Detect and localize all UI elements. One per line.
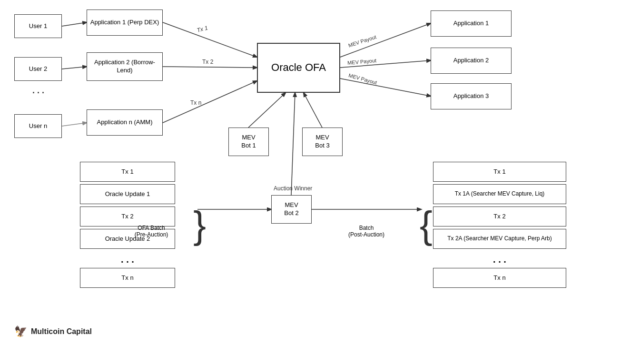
svg-line-3 xyxy=(163,22,257,57)
company-name: Multicoin Capital xyxy=(31,327,92,336)
right-tx2-box: Tx 2 xyxy=(433,207,566,226)
svg-text:Auction Winner: Auction Winner xyxy=(274,185,312,192)
app2-box: Application 2 (Borrow-Lend) xyxy=(87,52,163,81)
mev-bot1-box: MEVBot 1 xyxy=(228,128,269,156)
svg-line-5 xyxy=(163,81,257,123)
user2-box: User 2 xyxy=(14,57,62,81)
svg-line-10 xyxy=(304,93,322,128)
mev-bot1-label: MEVBot 1 xyxy=(241,134,256,150)
left-tx2-box: Tx 2 xyxy=(80,207,175,226)
appn-box: Application n (AMM) xyxy=(87,109,163,136)
app1-box: Application 1 (Perp DEX) xyxy=(87,10,163,36)
svg-text:Tx 2: Tx 2 xyxy=(202,59,214,65)
appn-label: Application n (AMM) xyxy=(97,118,152,127)
right-tx1-box: Tx 1 xyxy=(433,162,566,182)
right-tx1a-box: Tx 1A (Searcher MEV Capture, Liq) xyxy=(433,184,566,204)
app-right3-label: Application 3 xyxy=(453,92,489,100)
svg-text:Tx 1: Tx 1 xyxy=(196,24,208,34)
svg-line-9 xyxy=(248,93,286,128)
right-dots: . . . xyxy=(433,251,566,268)
user1-label: User 1 xyxy=(29,22,47,30)
left-txn-box: Tx n xyxy=(80,268,175,288)
svg-text:MEV Payout: MEV Payout xyxy=(348,72,377,85)
user2-label: User 2 xyxy=(29,65,47,73)
app-right1-box: Application 1 xyxy=(431,10,512,37)
svg-line-4 xyxy=(163,67,257,68)
oracle-ofa-box: Oracle OFA xyxy=(257,43,340,93)
mev-bot2-box: MEVBot 2 xyxy=(271,195,312,224)
app1-label: Application 1 (Perp DEX) xyxy=(90,19,159,27)
mev-bot3-box: MEVBot 3 xyxy=(302,128,343,156)
ofa-batch-label: OFA Batch(Pre-Auction) xyxy=(120,225,182,238)
app-right1-label: Application 1 xyxy=(453,20,489,28)
left-oracle-update1-box: Oracle Update 1 xyxy=(80,184,175,204)
svg-text:MEV Payout: MEV Payout xyxy=(347,34,377,48)
app2-label: Application 2 (Borrow-Lend) xyxy=(87,59,162,75)
svg-line-6 xyxy=(340,23,431,57)
mev-bot2-label: MEVBot 2 xyxy=(284,201,298,217)
svg-text:MEV Payout: MEV Payout xyxy=(347,58,377,66)
oracle-ofa-label: Oracle OFA xyxy=(271,61,326,75)
left-brace: } xyxy=(193,162,206,288)
footer: 🦅 Multicoin Capital xyxy=(14,325,92,338)
user1-box: User 1 xyxy=(14,14,62,38)
logo-icon: 🦅 xyxy=(14,325,27,338)
batch-post-label: Batch(Post-Auction) xyxy=(333,225,400,238)
diagram: Tx 1 Tx 2 Tx n MEV Payout MEV Payout MEV… xyxy=(0,0,640,343)
svg-line-7 xyxy=(340,60,431,68)
right-txn-box: Tx n xyxy=(433,268,566,288)
svg-line-8 xyxy=(340,79,431,96)
svg-line-2 xyxy=(62,123,87,126)
left-tx1-box: Tx 1 xyxy=(80,162,175,182)
svg-line-1 xyxy=(62,67,87,69)
right-tx2a-box: Tx 2A (Searcher MEV Capture, Perp Arb) xyxy=(433,229,566,249)
app-right2-label: Application 2 xyxy=(453,57,489,65)
app-right3-box: Application 3 xyxy=(431,83,512,109)
mev-bot3-label: MEVBot 3 xyxy=(315,134,329,150)
usern-box: User n xyxy=(14,114,62,138)
svg-text:Tx n: Tx n xyxy=(190,99,201,106)
svg-line-11 xyxy=(291,93,295,195)
svg-line-0 xyxy=(62,22,87,26)
left-dots: . . . xyxy=(80,251,175,268)
user-dots: . . . xyxy=(32,86,44,96)
app-right2-box: Application 2 xyxy=(431,48,512,74)
right-batch-group: { Tx 1 Tx 1A (Searcher MEV Capture, Liq)… xyxy=(433,162,576,288)
right-brace: { xyxy=(420,162,433,288)
usern-label: User n xyxy=(29,122,47,130)
